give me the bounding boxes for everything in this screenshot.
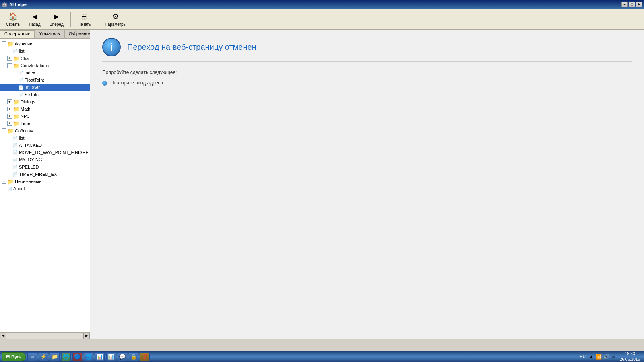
taskbar-app-help[interactable]: ❓ bbox=[140, 352, 150, 361]
tray-volume[interactable]: 🔊 bbox=[603, 354, 609, 360]
start-icon: ⊞ bbox=[6, 354, 10, 359]
tree-item-inttostr[interactable]: 📄 IntToStr bbox=[0, 84, 90, 91]
doc-icon-timerfired: 📄 bbox=[13, 172, 18, 177]
hide-label: Скрыть bbox=[6, 22, 20, 27]
lang-indicator: RU bbox=[578, 354, 587, 359]
tree-item-strtoint[interactable]: 📄 StrToInt bbox=[0, 91, 90, 98]
expand-dialogs[interactable]: + bbox=[7, 99, 12, 104]
forward-button[interactable]: ▶ Вперёд bbox=[47, 10, 66, 28]
tree-item-npc[interactable]: + 📁 NPC bbox=[0, 113, 90, 120]
forward-icon: ▶ bbox=[52, 12, 61, 21]
back-button[interactable]: ◀ Назад bbox=[26, 10, 43, 28]
doc-icon-inttostr: 📄 bbox=[19, 85, 23, 90]
tree-area[interactable]: – 📁 Функции 📄 list + 📁 Char – 📁 Convtert… bbox=[0, 39, 90, 332]
scroll-track[interactable] bbox=[6, 333, 83, 339]
label-spelled: SPELLED bbox=[19, 165, 39, 169]
list-item: Повторите ввод адреса. bbox=[102, 80, 632, 86]
tree-item-index[interactable]: 📄 index bbox=[0, 69, 90, 76]
tree-item-convs[interactable]: – 📁 Convtertations bbox=[0, 62, 90, 69]
tree-item-list1[interactable]: 📄 list bbox=[0, 47, 90, 55]
label-about: About bbox=[13, 186, 25, 191]
tab-contents[interactable]: Содержание bbox=[0, 30, 35, 38]
label-list2: list bbox=[19, 136, 24, 140]
tree-item-floattoint[interactable]: 📄 FloatToInt bbox=[0, 76, 90, 84]
expand-npc[interactable]: + bbox=[7, 114, 12, 119]
close-button[interactable]: ✕ bbox=[636, 2, 642, 7]
folder-icon-events: 📁 bbox=[7, 128, 14, 134]
tree-item-math[interactable]: + 📁 Math bbox=[0, 105, 90, 113]
expand-events[interactable]: – bbox=[2, 128, 6, 133]
expand-convs[interactable]: – bbox=[7, 63, 12, 68]
hide-button[interactable]: 🏠 Скрыть bbox=[3, 10, 23, 28]
folder-icon-char: 📁 bbox=[13, 56, 19, 62]
tree-item-moveto[interactable]: 📄 MOVE_TO_WAY_POINT_FINISHED bbox=[0, 149, 90, 156]
label-char: Char bbox=[21, 56, 30, 61]
minimize-button[interactable]: – bbox=[621, 2, 628, 7]
folder-icon-time: 📁 bbox=[13, 121, 19, 127]
folder-icon-convs: 📁 bbox=[13, 63, 19, 69]
taskbar-app-skype[interactable]: 💬 bbox=[118, 352, 127, 361]
expand-variables[interactable]: + bbox=[2, 179, 6, 184]
taskbar-app-chart1[interactable]: 📊 bbox=[95, 352, 105, 361]
doc-icon-spelled: 📄 bbox=[13, 165, 18, 169]
tray-network[interactable]: 📶 bbox=[595, 354, 602, 360]
tree-item-list2[interactable]: 📄 list bbox=[0, 134, 90, 142]
tab-index[interactable]: Указатель bbox=[35, 30, 64, 38]
expand-functions[interactable]: – bbox=[2, 41, 6, 46]
tree-item-attacked[interactable]: 📄 ATTACKED bbox=[0, 142, 90, 149]
maximize-button[interactable]: □ bbox=[629, 2, 635, 7]
label-strtoint: StrToInt bbox=[25, 92, 40, 97]
toolbar-separator2 bbox=[98, 12, 98, 27]
label-timerfired: TIMER_FIRED_EX bbox=[19, 172, 57, 177]
tree-item-time[interactable]: + 📁 Time bbox=[0, 120, 90, 127]
content-area: i Переход на веб-страницу отменен Попроб… bbox=[90, 30, 644, 339]
content-title: Переход на веб-страницу отменен bbox=[127, 43, 256, 52]
label-attacked: ATTACKED bbox=[19, 143, 42, 148]
tree-item-functions[interactable]: – 📁 Функции bbox=[0, 40, 90, 47]
tree-item-dialogs[interactable]: + 📁 Dialogs bbox=[0, 98, 90, 105]
taskbar-app-cmd[interactable]: ⚡ bbox=[39, 352, 48, 361]
taskbar-app-chart2[interactable]: 📊 bbox=[106, 352, 116, 361]
start-label: Пуск bbox=[11, 354, 21, 359]
tree-item-timerfired[interactable]: 📄 TIMER_FIRED_EX bbox=[0, 171, 90, 178]
tree-item-spelled[interactable]: 📄 SPELLED bbox=[0, 163, 90, 171]
tree-item-about[interactable]: 📄 About bbox=[0, 185, 90, 192]
title-bar-buttons: – □ ✕ bbox=[621, 2, 642, 7]
start-button[interactable]: ⊞ Пуск bbox=[2, 352, 26, 361]
info-icon: i bbox=[102, 38, 121, 56]
label-variables: Переменные bbox=[15, 179, 41, 184]
expand-math[interactable]: + bbox=[7, 107, 12, 111]
expand-char[interactable]: + bbox=[7, 56, 12, 61]
label-list1: list bbox=[19, 49, 24, 53]
expand-time[interactable]: + bbox=[7, 121, 12, 126]
tray-display[interactable]: 🖥 bbox=[611, 354, 616, 360]
taskbar-app-yandex[interactable]: 🌐 bbox=[84, 352, 93, 361]
taskbar-app-folder[interactable]: 📁 bbox=[50, 352, 60, 361]
tree-item-events[interactable]: – 📁 События bbox=[0, 127, 90, 134]
scroll-left-btn[interactable]: ◀ bbox=[0, 333, 6, 339]
doc-icon-attacked: 📄 bbox=[13, 143, 18, 148]
tree-item-mydying[interactable]: 📄 MY_DYING bbox=[0, 156, 90, 163]
label-functions: Функции bbox=[15, 41, 32, 46]
taskbar-app-chrome[interactable]: 🌐 bbox=[61, 352, 71, 361]
back-icon: ◀ bbox=[30, 12, 39, 21]
title-bar: 🤖 AI helper – □ ✕ bbox=[0, 0, 644, 9]
taskbar-app-lock[interactable]: 🔒 bbox=[129, 352, 138, 361]
params-button[interactable]: ⚙ Параметры bbox=[102, 10, 129, 28]
title-bar-left: 🤖 AI helper bbox=[2, 2, 28, 7]
sidebar-hscrollbar[interactable]: ◀ ▶ bbox=[0, 332, 90, 339]
folder-icon-npc: 📁 bbox=[13, 113, 19, 119]
taskbar-clock[interactable]: 16:33 26.06.2016 bbox=[617, 351, 642, 362]
print-label: Печать bbox=[78, 22, 91, 27]
back-label: Назад bbox=[29, 22, 41, 27]
taskbar-app-opera[interactable]: 🔵 bbox=[72, 352, 82, 361]
tray-arrow[interactable]: ▲ bbox=[589, 354, 594, 360]
taskbar-app-explorer[interactable]: 🖥 bbox=[27, 352, 37, 361]
scroll-right-btn[interactable]: ▶ bbox=[83, 333, 90, 339]
tree-item-char[interactable]: + 📁 Char bbox=[0, 55, 90, 62]
tree-item-variables[interactable]: + 📁 Переменные bbox=[0, 178, 90, 185]
toolbar: 🏠 Скрыть ◀ Назад ▶ Вперёд 🖨 Печать ⚙ Пар… bbox=[0, 9, 644, 30]
tabs-bar: Содержание Указатель Избранное bbox=[0, 30, 90, 39]
print-button[interactable]: 🖨 Печать bbox=[75, 10, 94, 28]
doc-icon-mydying: 📄 bbox=[13, 158, 18, 162]
